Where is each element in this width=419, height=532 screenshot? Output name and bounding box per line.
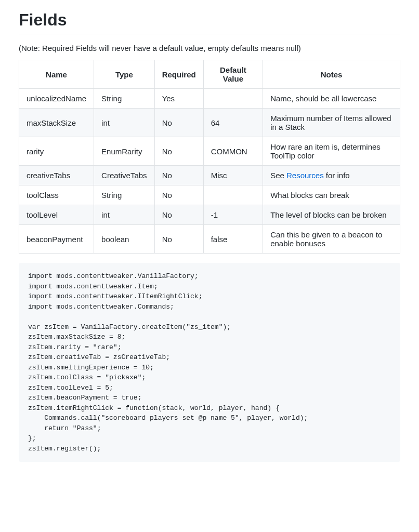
cell-default [203, 185, 263, 205]
notes-text: Name, should be all lowercase [270, 94, 376, 103]
cell-name: maxStackSize [19, 109, 94, 137]
notes-text: How rare an item is, determines ToolTip … [270, 142, 381, 160]
cell-name: toolClass [19, 185, 94, 205]
code-block: import mods.contenttweaker.VanillaFactor… [19, 263, 400, 462]
cell-notes: What blocks can break [263, 185, 400, 205]
fields-table: Name Type Required Default Value Notes u… [19, 60, 400, 254]
cell-required: No [154, 137, 203, 166]
cell-name: toolLevel [19, 205, 94, 225]
cell-required: No [154, 225, 203, 254]
cell-type: String [94, 89, 155, 109]
cell-type: int [94, 109, 155, 137]
cell-name: beaconPayment [19, 225, 94, 254]
notes-link[interactable]: Resources [286, 171, 324, 180]
col-header-type: Type [94, 60, 155, 89]
cell-default: COMMON [203, 137, 263, 166]
cell-type: int [94, 205, 155, 225]
cell-type: EnumRarity [94, 137, 155, 166]
col-header-name: Name [19, 60, 94, 89]
cell-default: false [203, 225, 263, 254]
notes-text: Maximum number of Items allowed in a Sta… [270, 114, 391, 131]
cell-name: creativeTabs [19, 166, 94, 185]
notes-text: See [270, 171, 286, 180]
cell-required: Yes [154, 89, 203, 109]
table-row: rarityEnumRarityNoCOMMONHow rare an item… [19, 137, 400, 166]
table-row: unlocalizedNameStringYesName, should be … [19, 89, 400, 109]
cell-name: unlocalizedName [19, 89, 94, 109]
table-row: beaconPaymentbooleanNofalseCan this be g… [19, 225, 400, 254]
cell-required: No [154, 185, 203, 205]
cell-notes: How rare an item is, determines ToolTip … [263, 137, 400, 166]
cell-required: No [154, 166, 203, 185]
cell-notes: Name, should be all lowercase [263, 89, 400, 109]
cell-type: String [94, 185, 155, 205]
cell-notes: See Resources for info [263, 166, 400, 185]
cell-default: -1 [203, 205, 263, 225]
table-row: toolLevelintNo-1The level of blocks can … [19, 205, 400, 225]
notes-text: The level of blocks can be broken [270, 210, 386, 219]
page-heading: Fields [19, 10, 400, 34]
cell-default: 64 [203, 109, 263, 137]
cell-type: boolean [94, 225, 155, 254]
table-row: toolClassStringNoWhat blocks can break [19, 185, 400, 205]
note-text: (Note: Required Fields will never have a… [19, 44, 400, 52]
cell-required: No [154, 109, 203, 137]
cell-notes: The level of blocks can be broken [263, 205, 400, 225]
col-header-default: Default Value [203, 60, 263, 89]
cell-default: Misc [203, 166, 263, 185]
cell-required: No [154, 205, 203, 225]
notes-text: for info [324, 171, 350, 180]
table-row: creativeTabsCreativeTabsNoMiscSee Resour… [19, 166, 400, 185]
table-row: maxStackSizeintNo64Maximum number of Ite… [19, 109, 400, 137]
cell-notes: Maximum number of Items allowed in a Sta… [263, 109, 400, 137]
col-header-required: Required [154, 60, 203, 89]
col-header-notes: Notes [263, 60, 400, 89]
cell-notes: Can this be given to a beacon to enable … [263, 225, 400, 254]
cell-type: CreativeTabs [94, 166, 155, 185]
notes-text: Can this be given to a beacon to enable … [270, 230, 382, 248]
cell-name: rarity [19, 137, 94, 166]
notes-text: What blocks can break [270, 191, 349, 200]
cell-default [203, 89, 263, 109]
